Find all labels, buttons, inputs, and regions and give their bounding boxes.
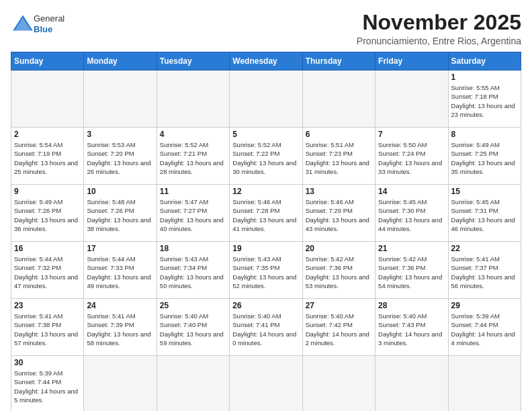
header: General Blue November 2025 Pronunciamien… [11, 11, 521, 46]
day-info: Sunrise: 5:40 AM Sunset: 7:43 PM Dayligh… [378, 312, 445, 347]
day-cell: 16Sunrise: 5:44 AM Sunset: 7:32 PM Dayli… [11, 242, 84, 299]
day-info: Sunrise: 5:54 AM Sunset: 7:19 PM Dayligh… [14, 140, 81, 176]
day-number: 6 [306, 130, 372, 139]
title-area: November 2025 Pronunciamiento, Entre Rio… [357, 11, 521, 46]
header-saturday: Saturday [448, 52, 521, 71]
day-info: Sunrise: 5:51 AM Sunset: 7:23 PM Dayligh… [306, 140, 372, 176]
day-cell [448, 356, 521, 411]
calendar-header-row: SundayMondayTuesdayWednesdayThursdayFrid… [11, 52, 521, 71]
day-number: 7 [378, 130, 445, 139]
day-cell: 2Sunrise: 5:54 AM Sunset: 7:19 PM Daylig… [11, 128, 84, 185]
day-info: Sunrise: 5:42 AM Sunset: 7:36 PM Dayligh… [306, 255, 372, 290]
day-cell: 30Sunrise: 5:39 AM Sunset: 7:44 PM Dayli… [11, 356, 84, 411]
day-number: 22 [451, 244, 518, 253]
day-number: 24 [87, 301, 153, 310]
day-number: 29 [451, 301, 518, 310]
day-cell: 20Sunrise: 5:42 AM Sunset: 7:36 PM Dayli… [302, 242, 375, 299]
day-number: 14 [378, 187, 445, 196]
day-info: Sunrise: 5:44 AM Sunset: 7:32 PM Dayligh… [14, 255, 81, 290]
day-info: Sunrise: 5:39 AM Sunset: 7:44 PM Dayligh… [451, 312, 518, 347]
day-cell: 1Sunrise: 5:55 AM Sunset: 7:18 PM Daylig… [448, 71, 521, 128]
day-info: Sunrise: 5:39 AM Sunset: 7:44 PM Dayligh… [14, 369, 81, 404]
day-cell: 22Sunrise: 5:41 AM Sunset: 7:37 PM Dayli… [448, 242, 521, 299]
day-info: Sunrise: 5:52 AM Sunset: 7:21 PM Dayligh… [160, 140, 226, 176]
day-number: 18 [160, 244, 226, 253]
day-cell: 12Sunrise: 5:46 AM Sunset: 7:28 PM Dayli… [230, 185, 302, 242]
day-info: Sunrise: 5:48 AM Sunset: 7:26 PM Dayligh… [87, 197, 153, 233]
day-cell: 5Sunrise: 5:52 AM Sunset: 7:22 PM Daylig… [230, 128, 302, 185]
day-cell [230, 71, 302, 128]
day-cell: 9Sunrise: 5:49 AM Sunset: 7:26 PM Daylig… [11, 185, 84, 242]
day-number: 1 [451, 73, 518, 82]
day-number: 3 [87, 130, 153, 139]
day-cell: 19Sunrise: 5:43 AM Sunset: 7:35 PM Dayli… [230, 242, 302, 299]
week-row-1: 1Sunrise: 5:55 AM Sunset: 7:18 PM Daylig… [11, 71, 521, 128]
header-thursday: Thursday [302, 52, 375, 71]
day-cell: 7Sunrise: 5:50 AM Sunset: 7:24 PM Daylig… [375, 128, 448, 185]
day-info: Sunrise: 5:53 AM Sunset: 7:20 PM Dayligh… [87, 140, 153, 176]
day-info: Sunrise: 5:46 AM Sunset: 7:28 PM Dayligh… [232, 197, 299, 233]
day-cell: 27Sunrise: 5:40 AM Sunset: 7:42 PM Dayli… [302, 299, 375, 356]
day-info: Sunrise: 5:52 AM Sunset: 7:22 PM Dayligh… [232, 140, 299, 176]
day-cell: 3Sunrise: 5:53 AM Sunset: 7:20 PM Daylig… [84, 128, 157, 185]
day-info: Sunrise: 5:41 AM Sunset: 7:38 PM Dayligh… [14, 312, 81, 347]
day-number: 15 [451, 187, 518, 196]
day-cell [11, 71, 84, 128]
day-cell: 23Sunrise: 5:41 AM Sunset: 7:38 PM Dayli… [11, 299, 84, 356]
day-number: 21 [378, 244, 445, 253]
calendar-table: SundayMondayTuesdayWednesdayThursdayFrid… [11, 52, 521, 411]
day-info: Sunrise: 5:46 AM Sunset: 7:29 PM Dayligh… [306, 197, 372, 233]
day-cell: 11Sunrise: 5:47 AM Sunset: 7:27 PM Dayli… [157, 185, 229, 242]
day-cell [375, 356, 448, 411]
day-number: 13 [306, 187, 372, 196]
day-cell [375, 71, 448, 128]
day-number: 23 [14, 301, 81, 310]
day-cell: 15Sunrise: 5:45 AM Sunset: 7:31 PM Dayli… [448, 185, 521, 242]
day-number: 20 [306, 244, 372, 253]
day-info: Sunrise: 5:50 AM Sunset: 7:24 PM Dayligh… [378, 140, 445, 176]
day-number: 5 [232, 130, 299, 139]
month-title: November 2025 [357, 11, 521, 34]
day-cell: 6Sunrise: 5:51 AM Sunset: 7:23 PM Daylig… [302, 128, 375, 185]
day-cell: 25Sunrise: 5:40 AM Sunset: 7:40 PM Dayli… [157, 299, 229, 356]
day-info: Sunrise: 5:40 AM Sunset: 7:40 PM Dayligh… [160, 312, 226, 347]
header-friday: Friday [375, 52, 448, 71]
day-info: Sunrise: 5:40 AM Sunset: 7:41 PM Dayligh… [232, 312, 299, 347]
day-cell [302, 356, 375, 411]
day-cell: 28Sunrise: 5:40 AM Sunset: 7:43 PM Dayli… [375, 299, 448, 356]
day-cell [157, 356, 229, 411]
day-number: 27 [306, 301, 372, 310]
day-cell [302, 71, 375, 128]
day-cell: 8Sunrise: 5:49 AM Sunset: 7:25 PM Daylig… [448, 128, 521, 185]
day-cell [84, 356, 157, 411]
header-monday: Monday [84, 52, 157, 71]
day-cell: 21Sunrise: 5:42 AM Sunset: 7:36 PM Dayli… [375, 242, 448, 299]
day-cell [84, 71, 157, 128]
day-cell: 13Sunrise: 5:46 AM Sunset: 7:29 PM Dayli… [302, 185, 375, 242]
day-number: 11 [160, 187, 226, 196]
day-number: 10 [87, 187, 153, 196]
day-cell: 29Sunrise: 5:39 AM Sunset: 7:44 PM Dayli… [448, 299, 521, 356]
week-row-4: 16Sunrise: 5:44 AM Sunset: 7:32 PM Dayli… [11, 242, 521, 299]
day-info: Sunrise: 5:55 AM Sunset: 7:18 PM Dayligh… [451, 83, 518, 119]
day-number: 25 [160, 301, 226, 310]
day-number: 16 [14, 244, 81, 253]
day-info: Sunrise: 5:40 AM Sunset: 7:42 PM Dayligh… [306, 312, 372, 347]
day-info: Sunrise: 5:45 AM Sunset: 7:30 PM Dayligh… [378, 197, 445, 233]
day-info: Sunrise: 5:42 AM Sunset: 7:36 PM Dayligh… [378, 255, 445, 290]
day-number: 2 [14, 130, 81, 139]
day-cell [230, 356, 302, 411]
header-tuesday: Tuesday [157, 52, 229, 71]
day-number: 19 [232, 244, 299, 253]
day-info: Sunrise: 5:41 AM Sunset: 7:37 PM Dayligh… [451, 255, 518, 290]
day-info: Sunrise: 5:49 AM Sunset: 7:26 PM Dayligh… [14, 197, 81, 233]
day-number: 4 [160, 130, 226, 139]
day-info: Sunrise: 5:43 AM Sunset: 7:34 PM Dayligh… [160, 255, 226, 290]
day-cell: 14Sunrise: 5:45 AM Sunset: 7:30 PM Dayli… [375, 185, 448, 242]
day-info: Sunrise: 5:49 AM Sunset: 7:25 PM Dayligh… [451, 140, 518, 176]
header-wednesday: Wednesday [230, 52, 302, 71]
week-row-2: 2Sunrise: 5:54 AM Sunset: 7:19 PM Daylig… [11, 128, 521, 185]
day-number: 28 [378, 301, 445, 310]
location-subtitle: Pronunciamiento, Entre Rios, Argentina [357, 36, 521, 46]
day-number: 30 [14, 358, 81, 367]
